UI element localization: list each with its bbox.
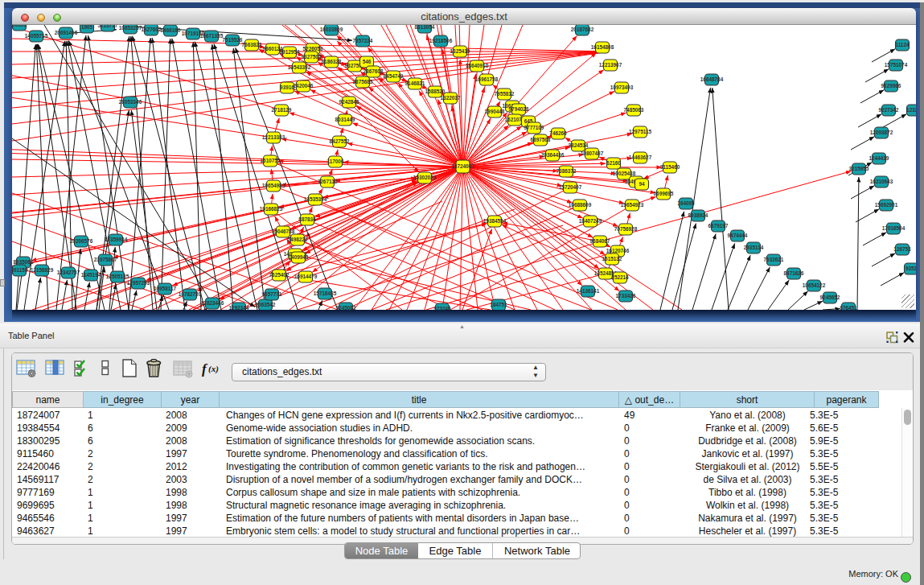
svg-text:8938924: 8938924 xyxy=(688,212,708,218)
svg-text:90551: 90551 xyxy=(12,25,27,27)
svg-text:20691406: 20691406 xyxy=(55,30,78,35)
svg-text:3215955: 3215955 xyxy=(849,166,869,171)
svg-text:15720407: 15720407 xyxy=(559,184,582,190)
svg-text:1325419: 1325419 xyxy=(450,48,470,54)
svg-text:7386372: 7386372 xyxy=(556,168,577,174)
svg-text:976451: 976451 xyxy=(840,305,857,310)
svg-text:6466160: 6466160 xyxy=(161,27,181,33)
svg-text:9352: 9352 xyxy=(906,266,916,271)
svg-text:8031449: 8031449 xyxy=(335,117,355,122)
svg-text:7632621: 7632621 xyxy=(764,257,784,262)
svg-text:20206576: 20206576 xyxy=(70,238,93,244)
svg-text:12213967: 12213967 xyxy=(599,62,622,68)
svg-text:7663822: 7663822 xyxy=(242,42,262,47)
svg-text:19654983: 19654983 xyxy=(262,183,285,188)
svg-text:9242848: 9242848 xyxy=(339,99,359,105)
svg-text:12342757: 12342757 xyxy=(57,270,80,275)
svg-text:19384554: 19384554 xyxy=(483,218,507,224)
svg-text:94: 94 xyxy=(639,181,645,187)
svg-text:19654923: 19654923 xyxy=(621,202,644,208)
svg-text:18640910: 18640910 xyxy=(466,63,489,68)
svg-text:9063542: 9063542 xyxy=(256,302,276,307)
svg-text:1990448: 1990448 xyxy=(485,109,505,114)
svg-text:1905: 1905 xyxy=(81,25,93,30)
svg-text:10688609: 10688609 xyxy=(569,202,592,208)
svg-text:9115460: 9115460 xyxy=(660,164,680,170)
svg-text:2867608: 2867608 xyxy=(363,68,384,74)
svg-text:10807487: 10807487 xyxy=(581,150,604,156)
svg-text:17359934: 17359934 xyxy=(105,237,128,242)
svg-text:6897508: 6897508 xyxy=(531,137,551,142)
svg-text:117006: 117006 xyxy=(327,159,344,164)
svg-text:8935061: 8935061 xyxy=(14,259,34,265)
svg-text:973245: 973245 xyxy=(433,306,451,310)
svg-text:126753: 126753 xyxy=(893,246,911,252)
svg-text:887834: 887834 xyxy=(298,216,316,222)
svg-text:1733426: 1733426 xyxy=(616,293,636,299)
svg-text:12156829: 12156829 xyxy=(31,267,54,273)
svg-text:3267110: 3267110 xyxy=(318,179,338,184)
svg-text:10025438: 10025438 xyxy=(613,171,636,176)
svg-text:164095: 164095 xyxy=(677,200,695,206)
svg-text:62160: 62160 xyxy=(606,160,621,166)
svg-text:16033809: 16033809 xyxy=(320,27,343,32)
svg-text:12823446: 12823446 xyxy=(201,300,224,306)
svg-text:1610755: 1610755 xyxy=(261,158,281,163)
svg-text:70756928: 70756928 xyxy=(614,226,638,232)
svg-text:10973493: 10973493 xyxy=(610,84,634,90)
svg-text:5223717: 5223717 xyxy=(98,25,118,28)
svg-text:2420046: 2420046 xyxy=(294,83,314,89)
svg-text:12975115: 12975115 xyxy=(629,129,652,134)
svg-text:252214: 252214 xyxy=(611,274,629,280)
svg-text:6879197: 6879197 xyxy=(708,223,729,229)
svg-text:7485063: 7485063 xyxy=(624,107,644,113)
svg-text:16782759: 16782759 xyxy=(179,291,202,297)
svg-text:18724007: 18724007 xyxy=(451,163,474,169)
svg-text:17016504: 17016504 xyxy=(882,225,906,231)
svg-text:19166825: 19166825 xyxy=(260,206,283,212)
svg-text:16154808: 16154808 xyxy=(591,44,614,50)
svg-text:16210643: 16210643 xyxy=(870,179,893,184)
svg-text:16961758: 16961758 xyxy=(475,76,499,82)
svg-text:184751: 184751 xyxy=(490,302,507,307)
svg-text:7625402: 7625402 xyxy=(269,272,290,278)
svg-text:17957253: 17957253 xyxy=(127,280,150,286)
svg-text:1327602: 1327602 xyxy=(142,27,162,32)
svg-text:20187682: 20187682 xyxy=(571,27,594,32)
svg-text:9227342: 9227342 xyxy=(879,107,899,113)
svg-text:9657771: 9657771 xyxy=(262,291,282,297)
svg-text:7357224: 7357224 xyxy=(353,38,373,43)
svg-text:15302023: 15302023 xyxy=(413,175,437,180)
svg-text:10654122: 10654122 xyxy=(803,282,826,288)
svg-text:15716485: 15716485 xyxy=(314,290,337,296)
svg-text:9684067: 9684067 xyxy=(590,238,610,244)
svg-text:13535394: 13535394 xyxy=(304,196,327,202)
svg-text:1145194: 1145194 xyxy=(81,272,101,278)
svg-text:7515526: 7515526 xyxy=(223,37,243,43)
svg-text:9794028: 9794028 xyxy=(509,106,529,112)
svg-text:1322037: 1322037 xyxy=(441,95,461,101)
svg-text:18407249: 18407249 xyxy=(579,218,602,224)
svg-text:1588520: 1588520 xyxy=(425,89,446,94)
svg-text:11124: 11124 xyxy=(895,42,910,47)
svg-text:f: f xyxy=(202,361,208,377)
svg-text:16671355: 16671355 xyxy=(200,33,224,39)
svg-text:1244419: 1244419 xyxy=(869,155,889,161)
svg-text:5498222: 5498222 xyxy=(288,237,308,242)
svg-text:8471626: 8471626 xyxy=(784,270,804,276)
svg-text:12505135: 12505135 xyxy=(106,274,129,279)
svg-text:14463627: 14463627 xyxy=(629,154,652,160)
svg-text:28053346: 28053346 xyxy=(119,99,142,105)
svg-text:10853257: 10853257 xyxy=(119,25,142,31)
svg-text:14136141: 14136141 xyxy=(577,288,600,294)
svg-text:20364436: 20364436 xyxy=(541,152,565,158)
svg-text:9329966: 9329966 xyxy=(881,83,901,89)
svg-text:9327505: 9327505 xyxy=(302,54,322,60)
svg-text:8427552: 8427552 xyxy=(330,138,350,144)
svg-text:12093872: 12093872 xyxy=(870,130,893,135)
svg-text:3824514: 3824514 xyxy=(569,142,589,148)
svg-text:9474444: 9474444 xyxy=(728,233,748,238)
svg-text:2718129: 2718129 xyxy=(272,107,292,113)
svg-text:8454749: 8454749 xyxy=(384,73,404,79)
svg-text:9245082: 9245082 xyxy=(336,305,356,310)
